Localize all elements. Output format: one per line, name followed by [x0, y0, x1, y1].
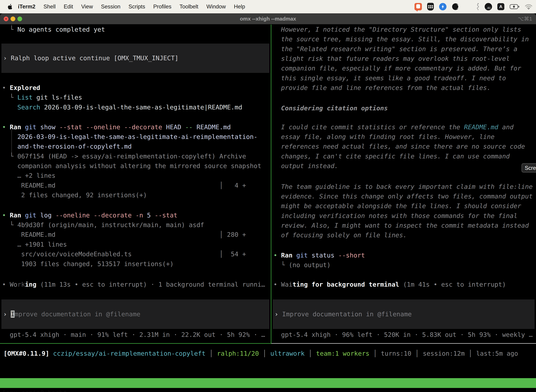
terminal-line: and-the-erosion-of-copyleft.md: [2, 142, 271, 151]
window-shortcut-hint: ⌥⌘1: [518, 13, 532, 24]
terminal-line: gpt-5.4 xhigh · 96% left · 520K in · 5.8…: [273, 330, 536, 340]
terminal-line: • Ran git status --short: [273, 250, 536, 260]
menu-bar: iTerm2ShellEditViewSessionScriptsProfile…: [0, 0, 536, 13]
menu-items: iTerm2ShellEditViewSessionScriptsProfile…: [18, 4, 245, 10]
terminal-line: review. Also, I might want to inspect th…: [273, 221, 536, 230]
injected-prompt: › Ralph loop active continue [OMX_TMUX_I…: [3, 53, 269, 63]
terminal-line: companion file, especially if more comme…: [273, 63, 536, 73]
terminal-line: • Explored: [2, 83, 271, 93]
terminal-line: • Ran git show --stat --oneline --decora…: [2, 122, 271, 132]
menu-item-view[interactable]: View: [81, 4, 93, 10]
terminal-line: • Ran git log --oneline --decorate -n 5 …: [2, 210, 271, 220]
menu-item-window[interactable]: Window: [206, 4, 226, 10]
terminal-line: the source tree, missing the essay. Stil…: [273, 34, 536, 44]
menu-item-help[interactable]: Help: [234, 4, 245, 10]
terminal-line: README.md │ 280 +: [2, 230, 271, 240]
menu-item-session[interactable]: Session: [101, 4, 120, 10]
pane-border-left-active: [0, 343, 271, 344]
menu-item-toolbelt[interactable]: Toolbelt: [180, 4, 198, 10]
terminal-line: of focusing solely on file lines.: [273, 230, 536, 240]
terminal-line: └ 4b9d30f (origin/main, instructkr/main,…: [2, 220, 271, 230]
terminal-content: › Ralph loop active continue [OMX_TMUX_I…: [0, 24, 536, 392]
terminal-line: Search 2026-03-09-is-legal-the-same-as-l…: [2, 103, 271, 112]
terminal-line: README.md │ 4 +: [2, 181, 271, 190]
apple-menu-icon[interactable]: [7, 4, 12, 10]
terminal-line: output instead.: [273, 161, 536, 171]
terminal-line: Considering citation options: [273, 103, 536, 113]
terminal-line: src/voice/voiceModeEnabled.ts │ 54 +: [2, 249, 271, 259]
pane-border-right: [271, 343, 536, 344]
screen-tooltip-button[interactable]: Scre: [522, 163, 536, 173]
terminal-line: 1903 files changed, 513517 insertions(+): [2, 259, 271, 269]
prompt-input-left[interactable]: › Improve documentation in @filename: [1, 299, 269, 329]
apple-logo-icon: [7, 4, 12, 10]
terminal-line: … +1901 lines: [2, 240, 271, 249]
squiggle-icon[interactable]: [476, 3, 479, 10]
tmux-status-bar: [omx-cczip0:bash* "MacBook-Pro-44.local"…: [0, 378, 536, 388]
menu-bar-status-icons: ..61 A: [415, 3, 532, 10]
terminal-line: • Working (11m 13s • esc to interrupt) ·…: [2, 280, 271, 289]
battery-app-icon[interactable]: ..61: [485, 3, 492, 10]
terminal-line: The team guideline is to back every impo…: [273, 182, 536, 191]
terminal-line: gpt-5.4 xhigh · main · 91% left · 2.31M …: [2, 330, 271, 340]
injected-prompt-box: › Ralph loop active continue [OMX_TMUX_I…: [1, 44, 269, 73]
keyboard-layout-icon[interactable]: A: [497, 3, 504, 10]
terminal-line: └ List git ls-files: [2, 93, 271, 103]
terminal-line: changes, I can't cite specific file line…: [273, 151, 536, 161]
terminal-line: 2026-03-09-is-legal-the-same-as-legitima…: [2, 132, 271, 142]
omx-status-text: [OMX#0.11.9] cczip/essay/ai-reimplementa…: [0, 344, 536, 359]
terminal-line: └ (no output): [273, 260, 536, 270]
terminal-line: evidence. Since this change only affects…: [273, 191, 536, 201]
terminal-line: provide file and line references from th…: [273, 83, 536, 93]
menu-item-profiles[interactable]: Profiles: [153, 4, 171, 10]
blue-badge-bolt-icon[interactable]: [439, 3, 446, 10]
screen-recording-indicator-icon[interactable]: [415, 3, 422, 10]
iterm-window: omx --xhigh --madmax ⌥⌘1 › Ralph loop ac…: [0, 13, 536, 392]
terminal-line: slight risk that future readers may over…: [273, 54, 536, 64]
battery-icon[interactable]: [510, 4, 519, 9]
menu-item-scripts[interactable]: Scripts: [129, 4, 145, 10]
crescent-moon-icon[interactable]: [452, 3, 459, 10]
terminal-line: essay file, along with finding root file…: [273, 132, 536, 142]
terminal-line: might be acceptable alongside the file l…: [273, 201, 536, 211]
omx-status-bar: [OMX#0.11.9] cczip/essay/ai-reimplementa…: [0, 344, 536, 378]
menu-item-iterm2[interactable]: iTerm2: [18, 4, 35, 10]
terminal-line: companion analysis without altering the …: [2, 161, 271, 171]
prompt-input-line[interactable]: › Improve documentation in @filename: [3, 309, 269, 319]
prompt-input-line[interactable]: › Improve documentation in @filename: [274, 309, 535, 319]
wifi-icon[interactable]: [525, 4, 532, 10]
window-title: omx --xhigh --madmax: [0, 13, 536, 24]
window-title-bar[interactable]: omx --xhigh --madmax ⌥⌘1: [0, 13, 536, 24]
terminal-line: references need actual files, and since …: [273, 142, 536, 151]
shield-grid-icon[interactable]: [427, 3, 434, 10]
terminal-line: I could cite commit statistics or refere…: [273, 122, 536, 132]
terminal-line: 2 files changed, 92 insertions(+): [2, 190, 271, 200]
terminal-line: the "Related research writing" section i…: [273, 44, 536, 54]
agent-pane-right[interactable]: › Improve documentation in @filename How…: [271, 25, 536, 344]
prompt-input-right[interactable]: › Improve documentation in @filename: [273, 299, 535, 329]
menu-item-shell[interactable]: Shell: [43, 4, 56, 10]
terminal-line: └ No agents completed yet: [2, 25, 271, 34]
desktop: iTerm2ShellEditViewSessionScriptsProfile…: [0, 0, 536, 392]
tmux-window-name[interactable]: [omx-cczip0:bash*: [2, 388, 67, 392]
agent-pane-left[interactable]: › Ralph loop active continue [OMX_TMUX_I…: [0, 25, 271, 344]
terminal-line: including verification notes with those …: [273, 211, 536, 221]
dots-grid-icon[interactable]: [464, 4, 471, 10]
menu-item-edit[interactable]: Edit: [64, 4, 73, 10]
terminal-line: • Waiting for background terminal (1m 41…: [273, 280, 536, 289]
terminal-line: However, I noticed the "Directory Struct…: [273, 25, 536, 34]
terminal-line: └ 067f154 (HEAD -> essay/ai-reimplementa…: [2, 151, 271, 161]
terminal-line: … +2 lines: [2, 171, 271, 181]
terminal-line: this single essay, it seems like a good …: [273, 73, 536, 83]
